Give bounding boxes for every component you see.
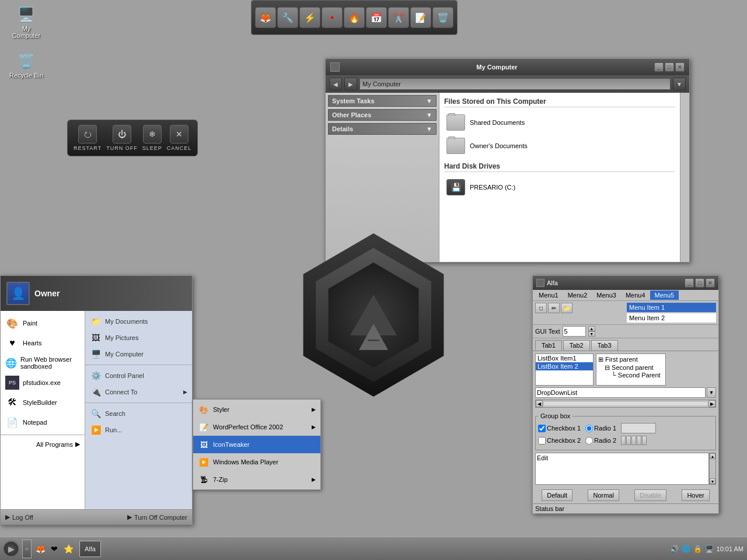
btn-group-item[interactable]	[626, 436, 631, 445]
ql-firefox[interactable]: 🦊	[34, 542, 47, 555]
tree-second-parent[interactable]: ⊟ Second parent	[598, 364, 664, 372]
btn-group-item[interactable]	[642, 436, 647, 445]
desktop-icon-my-computer[interactable]: 🖥️ My Computer	[6, 3, 47, 41]
listbox-item1[interactable]: ListBox Item1	[536, 354, 593, 362]
icontweaker-item[interactable]: 🖼 IconTweaker	[193, 436, 320, 453]
control-panel-item[interactable]: ⚙️ Control Panel	[85, 368, 192, 384]
turn-off-computer-button[interactable]: ▶ Turn Off Computer	[127, 513, 187, 521]
other-places-section[interactable]: Other Places ▼	[328, 109, 437, 121]
alfa-tab1[interactable]: Tab1	[535, 340, 562, 351]
alfa-tb-icon2[interactable]: ✏	[548, 303, 560, 313]
alfa-listbox[interactable]: ListBox Item1 ListBox Item 2	[535, 354, 594, 386]
close-button[interactable]: ✕	[675, 62, 685, 72]
wordperfect-item[interactable]: 📝 WordPerfect Office 2002 ▶	[193, 418, 320, 436]
tree-second-parent-child[interactable]: └ Second Parent	[598, 372, 664, 379]
alfa-menu4[interactable]: Menu4	[621, 290, 650, 300]
start-button[interactable]: ▶	[1, 539, 21, 559]
sevenzip-item[interactable]: 🗜 7-Zip ▶	[193, 471, 320, 488]
maximize-button[interactable]: □	[665, 62, 674, 72]
run-item[interactable]: ▶️ Run...	[85, 422, 192, 438]
normal-button[interactable]: Normal	[588, 489, 619, 501]
alfa-menu-item2[interactable]: Menu Item 2	[627, 313, 716, 323]
default-button[interactable]: Default	[542, 489, 573, 501]
alfa-dropdown[interactable]: DropDownList	[535, 387, 706, 398]
disable-button[interactable]: Disable	[634, 489, 666, 501]
checkbox1-label[interactable]: Checkbox 1	[538, 425, 581, 432]
radio2[interactable]	[585, 437, 593, 444]
listbox-item2[interactable]: ListBox Item 2	[536, 362, 593, 370]
log-off-button[interactable]: ▶ Log Off	[5, 513, 33, 521]
wmp-item[interactable]: ▶️ Windows Media Player	[193, 453, 320, 471]
vscroll-up[interactable]: ▲	[710, 453, 715, 459]
checkbox1[interactable]	[538, 425, 546, 432]
taskbar-alfa-app[interactable]: Alfa	[79, 541, 101, 557]
toolbar-tool1-btn[interactable]: 🔧	[277, 7, 298, 28]
ql-icon1[interactable]: ❤	[48, 542, 61, 555]
alfa-menu1[interactable]: Menu1	[534, 290, 563, 300]
alfa-menu3[interactable]: Menu3	[592, 290, 621, 300]
details-section[interactable]: Details ▼	[328, 123, 437, 135]
desktop-icon-recycle-bin[interactable]: 🗑️ Recycle Bin	[6, 50, 47, 81]
tray-icon3[interactable]: 🔒	[693, 544, 703, 554]
alfa-menu-item1[interactable]: Menu Item 1	[627, 303, 716, 312]
alfa-maximize-btn[interactable]: □	[695, 278, 704, 288]
start-item-browser[interactable]: 🌐 Run Web browser sandboxed	[1, 353, 85, 373]
alfa-gui-text-input[interactable]	[563, 326, 586, 337]
toolbar-tool5-btn[interactable]: 📅	[366, 7, 387, 28]
alfa-minimize-btn[interactable]: _	[685, 278, 694, 288]
start-item-stylebuilder[interactable]: 🛠 StyleBuilder	[1, 393, 85, 412]
vscroll-down[interactable]: ▼	[710, 478, 715, 484]
toolbar-tool6-btn[interactable]: ✂️	[388, 7, 409, 28]
btn-group-item[interactable]	[637, 436, 641, 445]
my-computer-item[interactable]: 🖥️ My Computer	[85, 346, 192, 362]
alfa-tab2[interactable]: Tab2	[563, 340, 590, 351]
styler-item[interactable]: 🎨 Styler ▶	[193, 401, 320, 418]
quick-launch-expand[interactable]: ‹›	[22, 540, 32, 558]
resize-icon[interactable]	[330, 62, 340, 72]
alfa-scroll-v[interactable]: ▲ ▼	[709, 453, 716, 485]
owners-documents-item[interactable]: Owner's Documents	[444, 135, 675, 156]
spinner-down[interactable]: ▼	[588, 331, 595, 337]
minimize-button[interactable]: _	[654, 62, 664, 72]
radio1-label[interactable]: Radio 1	[585, 425, 616, 432]
tray-icon4[interactable]: 🖥️	[705, 544, 714, 554]
toolbar-tool7-btn[interactable]: 📝	[410, 7, 431, 28]
alfa-tree[interactable]: ⊞ First parent ⊟ Second parent └ Second …	[596, 354, 666, 386]
presario-drive-item[interactable]: 💾 PRESARIO (C:)	[444, 177, 675, 198]
search-item[interactable]: 🔍 Search	[85, 405, 192, 422]
checkbox2-label[interactable]: Checkbox 2	[538, 437, 581, 444]
alfa-tb-icon3[interactable]: 📁	[561, 303, 573, 313]
cancel-button[interactable]: ✕ CANCEL	[167, 125, 192, 151]
btn-group-item[interactable]	[621, 436, 626, 445]
tray-icon2[interactable]: 🌐	[682, 544, 691, 554]
toolbar-tool2-btn[interactable]: ⚡	[299, 7, 320, 28]
forward-button[interactable]: ▶	[344, 78, 357, 90]
alfa-tab3[interactable]: Tab3	[591, 340, 618, 351]
shared-documents-item[interactable]: Shared Documents	[444, 112, 675, 133]
alfa-scrollbar-h[interactable]: ◀ ▶	[535, 400, 716, 408]
ql-icon2[interactable]: ⭐	[62, 542, 75, 555]
alfa-dropdown-btn[interactable]: ▼	[707, 387, 716, 398]
go-button[interactable]: ▼	[673, 78, 686, 90]
scrollbar-vertical[interactable]	[680, 93, 689, 262]
all-programs-button[interactable]: All Programs ▶	[1, 438, 85, 451]
start-item-hearts[interactable]: ♥ Hearts	[1, 333, 85, 353]
system-tasks-section[interactable]: System Tasks ▼	[328, 95, 437, 107]
alfa-close-btn[interactable]: ✕	[706, 278, 715, 288]
toolbar-tool4-btn[interactable]: 🔥	[344, 7, 365, 28]
start-item-notepad[interactable]: 📄 Notepad	[1, 412, 85, 432]
tray-icon1[interactable]: 🔊	[670, 544, 679, 554]
sleep-button[interactable]: ❄ SLEEP	[142, 125, 162, 151]
scroll-left-btn[interactable]: ◀	[536, 400, 543, 407]
toolbar-tool3-btn[interactable]: ▪	[322, 7, 343, 28]
alfa-menu2[interactable]: Menu2	[563, 290, 592, 300]
back-button[interactable]: ◀	[329, 78, 342, 90]
slider1[interactable]	[621, 423, 656, 433]
scroll-right-btn[interactable]: ▶	[708, 400, 715, 407]
start-item-pfstudio[interactable]: PS pfstudiox.exe	[1, 373, 85, 393]
restart-button[interactable]: ⭮ RESTART	[74, 125, 102, 151]
alfa-edit-area[interactable]: Edit	[535, 453, 709, 485]
address-bar[interactable]: My Computer	[359, 78, 671, 90]
alfa-tb-icon1[interactable]: □	[535, 303, 547, 313]
tree-first-parent[interactable]: ⊞ First parent	[598, 355, 664, 364]
